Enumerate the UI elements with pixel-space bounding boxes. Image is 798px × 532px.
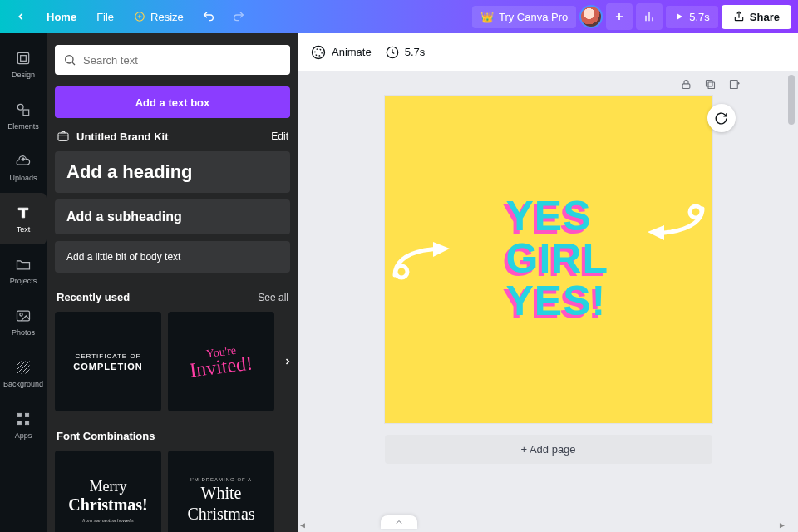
artboard[interactable]: YES GIRL YES!	[385, 96, 712, 423]
add-body-text-button[interactable]: Add a little bit of body text	[55, 241, 290, 273]
redo-button[interactable]	[225, 3, 252, 30]
rail-design[interactable]: Design	[0, 38, 47, 90]
rail-text-label: Text	[17, 225, 31, 234]
animate-button[interactable]: Animate	[310, 44, 372, 61]
present-button[interactable]: 5.7s	[666, 6, 718, 28]
avatar[interactable]	[579, 5, 603, 28]
rail-photos-label: Photos	[12, 328, 35, 337]
chevron-right-icon	[283, 357, 293, 367]
add-text-box-button[interactable]: Add a text box	[55, 86, 290, 118]
template-thumb-merry[interactable]: Merry Christmas! from samantha howells	[55, 451, 161, 532]
recently-used-label: Recently used	[57, 291, 130, 303]
search-input-wrapper[interactable]	[55, 45, 290, 75]
svg-point-21	[396, 266, 407, 278]
template-thumb-white[interactable]: I'M DREAMING OF A White Christmas	[168, 451, 274, 532]
resize-button[interactable]: Resize	[126, 6, 192, 28]
brand-kit-row[interactable]: Untitled Brand Kit	[57, 130, 169, 143]
thumb-white-l1: White	[201, 484, 242, 503]
photos-icon	[15, 308, 32, 324]
undo-icon	[202, 10, 215, 23]
thumb-cert-line1: CERTIFICATE OF	[75, 352, 140, 360]
bar-chart-icon	[643, 10, 656, 23]
resize-icon	[134, 11, 145, 22]
add-page-button[interactable]: + Add page	[385, 435, 712, 464]
insights-button[interactable]	[636, 3, 663, 30]
side-panel: Add a text box Untitled Brand Kit Edit A…	[47, 33, 298, 532]
lock-button[interactable]	[680, 78, 692, 91]
brand-kit-edit[interactable]: Edit	[271, 131, 288, 142]
recently-used-see-all[interactable]: See all	[258, 292, 288, 303]
svg-rect-19	[706, 81, 712, 87]
undo-button[interactable]	[195, 3, 222, 30]
hscroll-right-icon: ►	[778, 520, 786, 530]
present-duration: 5.7s	[689, 11, 710, 23]
canvas-viewport[interactable]: YES GIRL YES! + Add page	[298, 71, 798, 532]
vertical-scrollbar[interactable]	[788, 71, 796, 517]
rail-apps[interactable]: Apps	[0, 399, 47, 451]
share-icon	[733, 11, 745, 22]
add-page-icon	[728, 78, 741, 91]
share-label: Share	[750, 11, 780, 23]
vertical-scrollbar-thumb[interactable]	[788, 75, 795, 125]
hscroll-left-icon: ◄	[298, 520, 307, 530]
svg-marker-1	[677, 13, 682, 20]
canvas-text-line3: YES!	[506, 280, 608, 323]
brand-kit-icon	[57, 130, 70, 143]
rail-uploads[interactable]: Uploads	[0, 141, 47, 193]
try-pro-label: Try Canva Pro	[499, 11, 568, 23]
add-subheading-button[interactable]: Add a subheading	[55, 200, 290, 234]
page-drawer-handle[interactable]	[381, 515, 417, 529]
arrow-right-decoration	[643, 202, 709, 244]
share-button[interactable]: Share	[722, 5, 791, 29]
duplicate-page-button[interactable]	[704, 78, 717, 91]
context-toolbar: Animate 5.7s	[298, 33, 798, 71]
text-icon	[15, 204, 32, 221]
rail-background[interactable]: Background	[0, 347, 47, 399]
design-icon	[15, 50, 32, 66]
svg-rect-3	[21, 56, 27, 62]
svg-rect-18	[708, 82, 715, 89]
svg-point-15	[315, 48, 322, 55]
template-thumb-certificate[interactable]: CERTIFICATE OF COMPLETION	[55, 312, 161, 411]
svg-point-23	[690, 206, 702, 218]
thumb-merry-l2: Christmas!	[68, 495, 148, 515]
rail-text[interactable]: Text	[0, 193, 47, 244]
rail-elements[interactable]: Elements	[0, 90, 47, 141]
rail-design-label: Design	[12, 71, 35, 79]
thumb-invited-line2: Invited!	[189, 354, 254, 380]
rail-photos[interactable]: Photos	[0, 296, 47, 347]
plus-icon	[613, 11, 625, 22]
refresh-icon	[714, 111, 728, 126]
svg-rect-2	[17, 52, 28, 63]
duration-label: 5.7s	[405, 46, 426, 58]
back-button[interactable]	[7, 6, 35, 27]
home-button[interactable]: Home	[38, 6, 85, 28]
rail-elements-label: Elements	[7, 122, 39, 131]
brand-kit-label: Untitled Brand Kit	[76, 131, 169, 143]
thumb-white-l0: I'M DREAMING OF A	[190, 477, 252, 482]
add-page-icon-button[interactable]	[728, 78, 741, 91]
svg-point-4	[17, 104, 23, 110]
redo-icon	[232, 10, 245, 23]
chevron-left-icon	[15, 11, 27, 22]
template-thumb-invited[interactable]: You're Invited!	[168, 312, 274, 411]
thumbs-next-button[interactable]	[280, 354, 295, 369]
canvas-text[interactable]: YES GIRL YES!	[506, 195, 608, 323]
search-input[interactable]	[83, 54, 282, 66]
rail-projects[interactable]: Projects	[0, 244, 47, 296]
try-pro-button[interactable]: 👑 Try Canva Pro	[472, 6, 576, 28]
animate-icon	[310, 44, 327, 61]
horizontal-scrollbar[interactable]: ◄►	[298, 520, 786, 530]
clock-icon	[385, 45, 400, 60]
svg-rect-11	[26, 421, 29, 425]
add-collaborator-button[interactable]	[606, 3, 633, 30]
svg-rect-13	[58, 133, 68, 140]
file-menu[interactable]: File	[88, 6, 122, 28]
add-heading-button[interactable]: Add a heading	[55, 151, 290, 193]
svg-rect-10	[17, 421, 21, 425]
uploads-icon	[15, 153, 32, 170]
duration-button[interactable]: 5.7s	[385, 45, 426, 60]
svg-rect-5	[23, 110, 29, 116]
projects-icon	[15, 256, 32, 273]
regenerate-button[interactable]	[707, 104, 736, 132]
